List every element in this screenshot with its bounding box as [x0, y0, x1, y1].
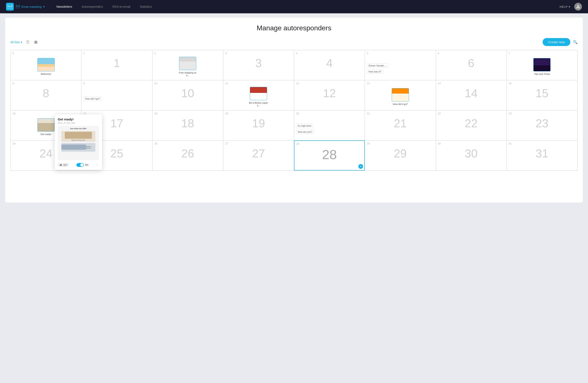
- cell-day-11: 11: [225, 82, 228, 85]
- cell-day-10: 10: [154, 82, 157, 85]
- cell-tag[interactable]: How did it go?: [83, 96, 102, 101]
- popup-more-icon[interactable]: ⋮: [96, 163, 99, 167]
- cell-day-16: 16: [13, 112, 16, 115]
- list-view-icon[interactable]: ☰: [25, 39, 30, 45]
- grid-cell-11: 11 Be a fitness supers...: [223, 80, 294, 110]
- cell-day-2: 2: [154, 52, 156, 55]
- cell-day-20: 20: [296, 112, 299, 115]
- nav-statistics[interactable]: Statistics: [135, 0, 156, 13]
- cell-tag[interactable]: How was it?: [367, 69, 383, 74]
- popup-card: Get ready! deal_of_the_day See what we o…: [55, 115, 102, 170]
- cell-large-num-6: 6: [438, 56, 505, 70]
- help-button[interactable]: HELP ▾: [560, 5, 570, 8]
- grid-cell-29: 2929: [365, 140, 436, 171]
- cell-large-num-23: 23: [509, 116, 575, 130]
- avatar[interactable]: [574, 3, 582, 11]
- cell-day-12: 12: [296, 82, 299, 85]
- email-thumb-11[interactable]: [250, 87, 267, 100]
- cell-large-num-30: 30: [438, 147, 505, 160]
- cell-large-num-15: 15: [509, 86, 575, 100]
- cell-large-num-14: 14: [438, 86, 505, 100]
- cell-large-num-21: 21: [367, 116, 434, 130]
- grid-cell-14: 1414: [436, 80, 507, 110]
- topnav-right: HELP ▾: [560, 3, 582, 11]
- cell-day-23: 23: [509, 112, 512, 115]
- cell-large-num-1: 1: [83, 56, 150, 70]
- cell-day-27: 27: [225, 142, 228, 145]
- grid-view-icon[interactable]: ⊞: [33, 39, 38, 45]
- cell-large-num-3: 3: [225, 56, 292, 70]
- cell-large-highlighted: 28: [296, 147, 363, 162]
- cell-tags-9: How did it go?: [83, 85, 150, 108]
- cell-large-num-10: 10: [154, 86, 221, 100]
- cell-large-num-31: 31: [509, 147, 575, 160]
- cell-tags-5: Dream Vacatio…How was it?: [367, 55, 434, 78]
- cell-day-0: 0: [13, 52, 14, 55]
- email-thumb-16[interactable]: [38, 118, 55, 132]
- grid-cell-31: 3131: [507, 140, 577, 171]
- cell-day-28: 28: [296, 142, 299, 145]
- all-lists-button[interactable]: All lists ▾: [10, 40, 22, 44]
- cell-large-num-4: 4: [296, 56, 363, 70]
- cell-day-31: 31: [509, 142, 512, 145]
- brand-link[interactable]: Email marketing ▾: [16, 5, 45, 8]
- email-thumb-2[interactable]: [179, 57, 196, 70]
- nav-links: Newsletters Autoresponders RSS-to-email …: [52, 0, 560, 13]
- cell-large-num-12: 12: [296, 86, 363, 100]
- grid-cell-0: 0 Welcome!: [11, 50, 81, 80]
- toggle-label: On: [85, 163, 88, 166]
- cell-large-num-29: 29: [367, 147, 434, 160]
- cell-day-21: 21: [367, 112, 370, 115]
- search-button[interactable]: 🔍: [573, 40, 578, 44]
- grid-cell-21: 2121: [365, 110, 436, 140]
- cell-day-9: 9: [83, 82, 85, 85]
- cell-tag[interactable]: It's high time!: [296, 124, 313, 128]
- cell-tag[interactable]: How are you?: [296, 130, 314, 134]
- page-wrapper: Manage autoresponders All lists ▾ ☰ ⊞ Cr…: [0, 13, 588, 207]
- grid-cell-6: 66: [436, 50, 507, 80]
- grid-cell-22: 2222: [436, 110, 507, 140]
- create-new-button[interactable]: Create new: [543, 38, 570, 46]
- cell-day-1: 1: [83, 52, 85, 55]
- cell-add-button[interactable]: +: [358, 164, 363, 169]
- grid-cell-7: 7 Tips and Tricks: [507, 50, 577, 80]
- grid-cell-8: 88: [11, 80, 81, 110]
- grid-cell-23: 2323: [507, 110, 577, 140]
- cell-large-num-8: 8: [13, 86, 79, 100]
- cell-content-0: Welcome!: [13, 55, 79, 78]
- nav-rss-to-email[interactable]: RSS-to-email: [108, 0, 135, 13]
- grid-cell-10: 1010: [152, 80, 223, 110]
- cell-large-num-18: 18: [154, 116, 221, 130]
- email-thumb-13[interactable]: [392, 88, 409, 101]
- email-label-11: Be a fitness supers...: [249, 101, 268, 107]
- grid-cell-1: 11: [81, 50, 152, 80]
- svg-rect-2: [16, 5, 20, 8]
- popup-title: Get ready!: [58, 117, 99, 121]
- cell-day-18: 18: [154, 112, 157, 115]
- email-label-13: How did it go?: [393, 103, 408, 105]
- grid-cell-28[interactable]: 2828 +: [294, 140, 365, 171]
- top-navigation: Email marketing ▾ Newsletters Autorespon…: [0, 0, 588, 13]
- grid-cell-4: 44: [294, 50, 365, 80]
- subscriber-count: 187: [58, 163, 69, 167]
- grid-cell-30: 3030: [436, 140, 507, 171]
- email-label-7: Tips and Tricks: [534, 73, 550, 75]
- toggle-switch[interactable]: [76, 163, 84, 167]
- logo-icon: [6, 3, 14, 11]
- email-thumb-0[interactable]: [38, 58, 55, 71]
- cell-tag[interactable]: Dream Vacatio…: [367, 63, 388, 68]
- email-label-2: Free shipping on o...: [178, 71, 197, 77]
- nav-newsletters[interactable]: Newsletters: [52, 0, 77, 13]
- cell-day-26: 26: [154, 142, 157, 145]
- cell-day-8: 8: [13, 82, 14, 85]
- cell-content-11: Be a fitness supers...: [225, 85, 292, 108]
- content-card: Manage autoresponders All lists ▾ ☰ ⊞ Cr…: [5, 18, 583, 203]
- nav-autoresponders[interactable]: Autoresponders: [77, 0, 108, 13]
- email-thumb-7[interactable]: [533, 58, 550, 71]
- cell-large-num-26: 26: [154, 147, 221, 160]
- svg-rect-0: [7, 5, 12, 8]
- grid-cell-26: 2626: [152, 140, 223, 171]
- grid-cell-2: 2 Free shipping on o...: [152, 50, 223, 80]
- cell-day-6: 6: [438, 52, 439, 55]
- grid-cell-20: 20It's high time!How are you?: [294, 110, 365, 140]
